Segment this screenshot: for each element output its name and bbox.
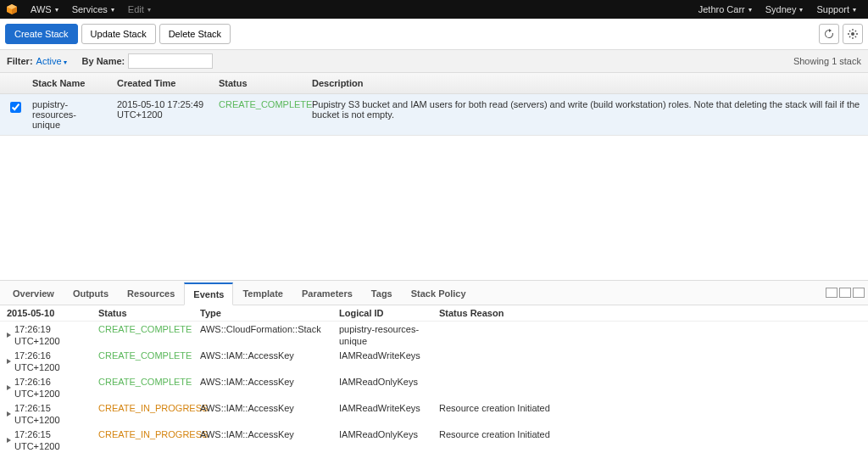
event-time: 17:26:15 UTC+1200: [0, 427, 92, 453]
chevron-down-icon: ▾: [748, 6, 752, 14]
event-status: CREATE_COMPLETE: [92, 322, 193, 348]
event-row[interactable]: 17:26:15 UTC+1200CREATE_IN_PROGRESSAWS::…: [0, 400, 868, 427]
event-logical-id: IAMReadOnlyKeys: [332, 427, 432, 453]
event-row[interactable]: 17:26:16 UTC+1200CREATE_COMPLETEAWS::IAM…: [0, 374, 868, 400]
nav-aws[interactable]: AWS▾: [24, 4, 65, 14]
event-reason: [432, 348, 868, 374]
tab-resources[interactable]: Resources: [118, 282, 184, 305]
expand-icon[interactable]: [7, 385, 11, 390]
tab-outputs[interactable]: Outputs: [64, 282, 118, 305]
top-nav: AWS▾ Services▾ Edit▾ Jethro Carr▾ Sydney…: [0, 0, 868, 19]
update-stack-button[interactable]: Update Stack: [81, 24, 156, 44]
tab-template[interactable]: Template: [233, 282, 292, 305]
tab-stack-policy[interactable]: Stack Policy: [402, 282, 476, 305]
event-reason: [432, 322, 868, 348]
chevron-down-icon: ▾: [853, 6, 856, 14]
event-logical-id: pupistry-resources-unique: [332, 322, 432, 348]
event-status: CREATE_COMPLETE: [92, 348, 193, 374]
chevron-down-icon: ▾: [799, 6, 803, 14]
nav-edit[interactable]: Edit▾: [121, 4, 158, 14]
create-stack-button[interactable]: Create Stack: [5, 24, 78, 44]
aws-logo-icon: [5, 3, 19, 16]
events-header: 2015-05-10 Status Type Logical ID Status…: [0, 305, 868, 322]
filter-bar: Filter: Active▾ By Name: Showing 1 stack: [0, 49, 868, 73]
event-reason: Resource creation Initiated: [432, 400, 868, 427]
nav-user[interactable]: Jethro Carr▾: [692, 4, 759, 14]
event-time: 17:26:15 UTC+1200: [0, 400, 92, 427]
expand-icon[interactable]: [7, 359, 11, 364]
tab-tags[interactable]: Tags: [362, 282, 402, 305]
nav-region[interactable]: Sydney▾: [759, 4, 810, 14]
col-ev-status: Status: [92, 305, 193, 321]
tab-overview[interactable]: Overview: [3, 282, 64, 305]
tab-events[interactable]: Events: [184, 282, 233, 305]
event-logical-id: IAMReadWriteKeys: [332, 348, 432, 374]
stacks-empty-area: [0, 136, 868, 280]
layout-split-h-icon[interactable]: [826, 288, 837, 298]
events-panel: 2015-05-10 Status Type Logical ID Status…: [0, 305, 868, 453]
nav-edit-label: Edit: [128, 4, 144, 14]
filter-name-input[interactable]: [128, 53, 213, 69]
col-description[interactable]: Description: [305, 73, 868, 93]
expand-icon[interactable]: [7, 333, 11, 338]
nav-services[interactable]: Services▾: [65, 4, 121, 14]
col-created-time[interactable]: Created Time: [110, 73, 212, 93]
chevron-down-icon: ▾: [64, 59, 67, 66]
expand-icon[interactable]: [7, 438, 11, 443]
col-stack-name[interactable]: Stack Name: [25, 73, 110, 93]
event-row[interactable]: 17:26:15 UTC+1200CREATE_IN_PROGRESSAWS::…: [0, 427, 868, 453]
event-row[interactable]: 17:26:19 UTC+1200CREATE_COMPLETEAWS::Clo…: [0, 322, 868, 348]
col-status[interactable]: Status: [212, 73, 305, 93]
detail-tabs: OverviewOutputsResourcesEventsTemplatePa…: [0, 280, 868, 305]
layout-full-icon[interactable]: [853, 288, 865, 298]
event-time: 17:26:16 UTC+1200: [0, 374, 92, 400]
filter-status-dropdown[interactable]: Active▾: [36, 56, 67, 66]
svg-point-3: [851, 32, 854, 36]
event-type: AWS::IAM::AccessKey: [193, 400, 332, 427]
event-status: CREATE_COMPLETE: [92, 374, 193, 400]
event-type: AWS::IAM::AccessKey: [193, 348, 332, 374]
stack-description: Pupistry S3 bucket and IAM users for bot…: [305, 94, 868, 135]
stack-name: pupistry-resources-unique: [25, 94, 110, 135]
chevron-down-icon: ▾: [111, 6, 114, 14]
event-reason: Resource creation Initiated: [432, 427, 868, 453]
event-type: AWS::CloudFormation::Stack: [193, 322, 332, 348]
event-row[interactable]: 17:26:16 UTC+1200CREATE_COMPLETEAWS::IAM…: [0, 348, 868, 374]
nav-support-label: Support: [816, 4, 849, 14]
event-time: 17:26:16 UTC+1200: [0, 348, 92, 374]
nav-region-label: Sydney: [765, 4, 797, 14]
chevron-down-icon: ▾: [147, 6, 151, 14]
settings-button[interactable]: [843, 24, 863, 44]
col-ev-reason: Status Reason: [432, 305, 868, 321]
svg-line-11: [855, 31, 856, 31]
nav-user-label: Jethro Carr: [698, 4, 745, 14]
svg-line-9: [855, 36, 856, 37]
refresh-button[interactable]: [819, 24, 839, 44]
svg-line-8: [849, 31, 850, 31]
stack-row-checkbox[interactable]: [10, 102, 21, 113]
event-reason: [432, 374, 868, 400]
stack-status: CREATE_COMPLETE: [212, 94, 305, 135]
filter-by-name-label: By Name:: [82, 56, 125, 66]
expand-icon[interactable]: [7, 411, 11, 417]
col-ev-type: Type: [193, 305, 332, 321]
stack-row[interactable]: pupistry-resources-unique2015-05-10 17:2…: [0, 94, 868, 136]
event-logical-id: IAMReadOnlyKeys: [332, 374, 432, 400]
event-status: CREATE_IN_PROGRESS: [92, 400, 193, 427]
tab-parameters[interactable]: Parameters: [292, 282, 362, 305]
delete-stack-button[interactable]: Delete Stack: [159, 24, 231, 44]
svg-line-10: [849, 36, 850, 37]
chevron-down-icon: ▾: [55, 6, 58, 14]
event-time: 17:26:19 UTC+1200: [0, 322, 92, 348]
filter-label: Filter:: [7, 56, 33, 66]
stacks-table-body: pupistry-resources-unique2015-05-10 17:2…: [0, 94, 868, 136]
stack-created: 2015-05-10 17:25:49 UTC+1200: [110, 94, 212, 135]
col-ev-logical: Logical ID: [332, 305, 432, 321]
action-bar: Create Stack Update Stack Delete Stack: [0, 19, 868, 49]
event-type: AWS::IAM::AccessKey: [193, 427, 332, 453]
layout-split-v-icon[interactable]: [839, 288, 851, 298]
nav-support[interactable]: Support▾: [810, 4, 863, 14]
events-date: 2015-05-10: [0, 305, 92, 321]
event-status: CREATE_IN_PROGRESS: [92, 427, 193, 453]
event-type: AWS::IAM::AccessKey: [193, 374, 332, 400]
